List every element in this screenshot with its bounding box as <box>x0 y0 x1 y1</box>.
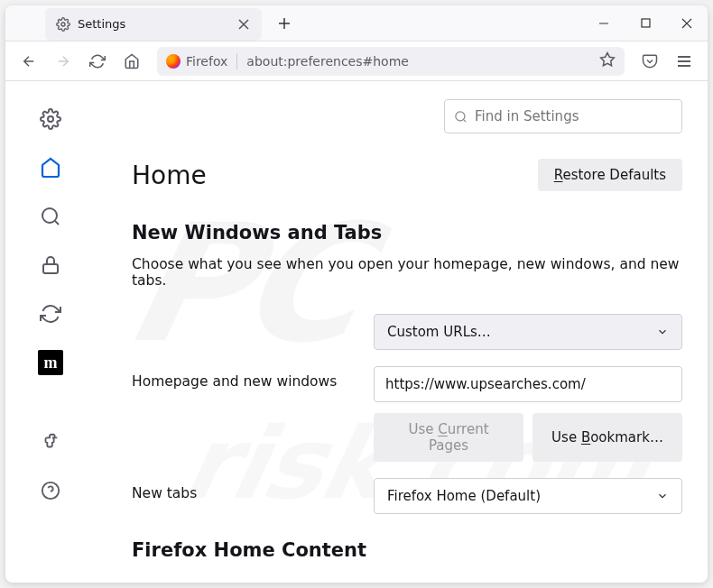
select-value: Firefox Home (Default) <box>387 488 541 504</box>
homepage-label: Homepage and new windows <box>132 366 374 390</box>
svg-point-3 <box>48 116 53 122</box>
url-bar[interactable]: Firefox about:preferences#home <box>157 47 625 76</box>
newtabs-select[interactable]: Firefox Home (Default) <box>374 478 682 514</box>
chevron-down-icon <box>656 490 669 502</box>
select-value: Custom URLs… <box>387 324 491 340</box>
gear-icon <box>56 17 70 32</box>
minimize-button[interactable] <box>583 5 625 41</box>
newtabs-label: New tabs <box>132 478 374 501</box>
search-icon <box>454 110 468 124</box>
svg-point-0 <box>61 23 65 26</box>
identity-box[interactable]: Firefox <box>166 54 227 69</box>
sidebar-help[interactable] <box>31 471 70 510</box>
close-icon[interactable] <box>236 17 251 32</box>
sidebar-more-mozilla[interactable]: m <box>31 343 70 382</box>
sidebar-sync[interactable] <box>31 294 70 334</box>
maximize-button[interactable] <box>625 5 666 41</box>
use-bookmark-button[interactable]: Use Bookmark… <box>532 413 682 462</box>
svg-point-4 <box>42 208 57 223</box>
identity-label: Firefox <box>186 54 227 69</box>
svg-rect-1 <box>642 19 650 27</box>
page-title: Home <box>132 161 207 190</box>
firefox-icon <box>166 54 181 69</box>
toolbar: Firefox about:preferences#home <box>5 41 708 81</box>
pocket-button[interactable] <box>635 47 664 76</box>
section-firefox-home-title: Firefox Home Content <box>132 539 682 561</box>
homepage-url-input[interactable] <box>374 366 682 402</box>
homepage-mode-select[interactable]: Custom URLs… <box>374 314 682 350</box>
chevron-down-icon <box>656 326 669 338</box>
restore-defaults-button[interactable]: RRestore Defaultsestore Defaults <box>538 159 682 191</box>
home-button[interactable] <box>117 47 146 76</box>
svg-point-8 <box>456 111 465 120</box>
browser-tab[interactable]: Settings <box>45 8 262 41</box>
url-text: about:preferences#home <box>246 54 590 69</box>
svg-rect-5 <box>43 264 58 273</box>
sidebar-general[interactable] <box>31 99 70 139</box>
star-icon[interactable] <box>599 51 616 71</box>
section-new-windows-title: New Windows and Tabs <box>132 222 682 243</box>
new-tab-button[interactable] <box>271 10 298 37</box>
main-content: Home RRestore Defaultsestore Defaults Ne… <box>96 81 708 583</box>
mozilla-icon: m <box>38 350 63 375</box>
tab-title: Settings <box>78 17 229 31</box>
section-new-windows-desc: Choose what you see when you open your h… <box>132 256 682 289</box>
sidebar-home[interactable] <box>31 148 70 188</box>
sidebar: m <box>5 81 96 583</box>
titlebar: Settings <box>5 5 708 41</box>
forward-button[interactable] <box>49 47 78 76</box>
use-current-pages-button[interactable]: Use Current Pages <box>374 413 523 462</box>
menu-button[interactable] <box>670 47 699 76</box>
window-close-button[interactable] <box>666 5 708 41</box>
sidebar-privacy[interactable] <box>31 245 70 285</box>
sidebar-search[interactable] <box>31 197 70 236</box>
svg-marker-2 <box>601 52 615 65</box>
settings-search-input[interactable] <box>475 108 672 124</box>
reload-button[interactable] <box>83 47 112 76</box>
sidebar-extensions[interactable] <box>31 422 70 462</box>
settings-search[interactable] <box>444 99 682 133</box>
back-button[interactable] <box>14 47 43 76</box>
